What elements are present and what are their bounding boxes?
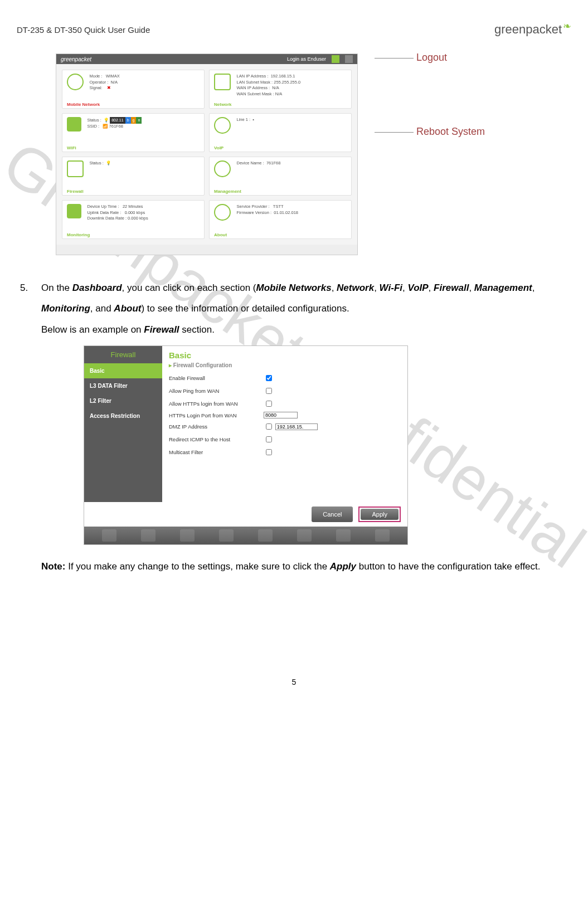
allow-ping-checkbox[interactable] <box>266 388 272 394</box>
login-as-text: Login as Enduser <box>287 56 326 62</box>
row-allow-ping: Allow Ping from WAN <box>169 384 401 397</box>
card-network[interactable]: LAN IP Address : 192.168.15.1 LAN Subnet… <box>209 70 352 109</box>
voip-icon <box>214 117 231 134</box>
annotation-logout: Logout <box>375 52 447 64</box>
card-wifi[interactable]: Status : 💡 802.11bgn SSID : 📶 761F68 WiF… <box>62 113 205 152</box>
dashboard-screenshot: greenpacket Login as Enduser Mode : WiMA… <box>56 53 358 255</box>
firewall-screenshot: Firewall Basic L3 DATA Filter L2 Filter … <box>84 345 408 545</box>
enable-firewall-checkbox[interactable] <box>266 375 272 381</box>
sidebar-item-l3[interactable]: L3 DATA Filter <box>84 378 162 393</box>
row-dmz: DMZ IP Address <box>169 420 401 433</box>
reboot-icon[interactable] <box>332 55 339 63</box>
firewall-icon <box>67 160 84 177</box>
card-title: Mobile Network <box>67 102 100 107</box>
redirect-icmp-checkbox[interactable] <box>266 436 272 442</box>
wifi-icon <box>67 117 81 132</box>
nav-firewall-icon[interactable] <box>258 529 273 542</box>
https-port-input[interactable] <box>264 412 298 418</box>
row-multicast: Multicast Filter <box>169 446 401 459</box>
row-allow-https: Allow HTTPs login from WAN <box>169 397 401 410</box>
brand-logo: greenpacket❧ <box>494 22 571 37</box>
globe-icon <box>67 74 84 90</box>
dashboard-topbar: greenpacket Login as Enduser <box>56 54 357 64</box>
sidebar-item-l2[interactable]: L2 Filter <box>84 393 162 408</box>
annotation-reboot: Reboot System <box>375 126 485 138</box>
note-text: Note: If you make any change to the sett… <box>41 556 571 577</box>
nav-management-icon[interactable] <box>297 529 312 542</box>
topbar-brand: greenpacket <box>61 56 281 62</box>
row-redirect-icmp: Redirect ICMP to the Host <box>169 433 401 446</box>
sidebar-item-access[interactable]: Access Restriction <box>84 408 162 423</box>
sidebar-item-basic[interactable]: Basic <box>84 363 162 378</box>
dashboard-bottombar <box>56 245 357 255</box>
nav-mobile-icon[interactable] <box>102 529 116 542</box>
row-enable-firewall: Enable Firewall <box>169 372 401 384</box>
apply-button[interactable]: Apply <box>361 509 399 520</box>
nav-about-icon[interactable] <box>375 529 390 542</box>
card-firewall[interactable]: Status : 💡 Firewall <box>62 157 205 196</box>
page-header: DT-235 & DT-350 Quick User Guide greenpa… <box>17 22 571 37</box>
allow-https-checkbox[interactable] <box>266 401 272 407</box>
card-about[interactable]: Service Provider : TSTT Firmware Version… <box>209 200 352 239</box>
nav-voip-icon[interactable] <box>180 529 195 542</box>
panel-title: Basic <box>169 350 401 360</box>
nav-network-icon[interactable] <box>219 529 234 542</box>
card-title: Firewall <box>67 189 84 194</box>
dmz-ip-input[interactable] <box>275 423 318 430</box>
sidebar-header: Firewall <box>84 346 162 363</box>
logout-icon[interactable] <box>345 55 353 63</box>
page-number: 5 <box>17 678 571 686</box>
firewall-sidebar: Firewall Basic L3 DATA Filter L2 Filter … <box>84 346 162 502</box>
apply-highlight: Apply <box>358 506 401 522</box>
monitoring-icon <box>67 204 81 218</box>
nav-monitoring-icon[interactable] <box>336 529 351 542</box>
row-https-port: HTTPs Login Port from WAN <box>169 410 401 420</box>
bottom-icon-bar <box>84 527 407 544</box>
card-mobile-network[interactable]: Mode : WiMAX Operator : N/A Signal: ✖ Mo… <box>62 70 205 109</box>
step-number: 5. <box>20 277 33 340</box>
doc-title: DT-235 & DT-350 Quick User Guide <box>17 25 150 35</box>
nav-wifi-icon[interactable] <box>141 529 155 542</box>
leaf-icon: ❧ <box>563 20 571 32</box>
card-management[interactable]: Device Name : 761F68 Management <box>209 157 352 196</box>
step-text: On the Dashboard, you can click on each … <box>41 277 571 340</box>
multicast-checkbox[interactable] <box>266 449 272 455</box>
card-title: Network <box>214 102 232 107</box>
card-title: VoIP <box>214 145 223 150</box>
about-icon <box>214 204 231 221</box>
card-title: Management <box>214 189 241 194</box>
button-row: Cancel Apply <box>84 502 407 527</box>
dmz-checkbox[interactable] <box>266 423 272 430</box>
panel-subtitle: Firewall Configuration <box>169 362 401 368</box>
card-voip[interactable]: Line 1 : • VoIP <box>209 113 352 152</box>
network-icon <box>214 74 231 90</box>
card-title: About <box>214 232 227 237</box>
management-icon <box>214 160 231 177</box>
cancel-button[interactable]: Cancel <box>312 506 353 522</box>
firewall-main: Basic Firewall Configuration Enable Fire… <box>162 346 407 502</box>
card-title: WiFi <box>67 145 76 150</box>
card-title: Monitoring <box>67 232 90 237</box>
card-monitoring[interactable]: Device Up Time : 22 Minutes Uplink Data … <box>62 200 205 239</box>
step-5: 5. On the Dashboard, you can click on ea… <box>20 277 571 340</box>
